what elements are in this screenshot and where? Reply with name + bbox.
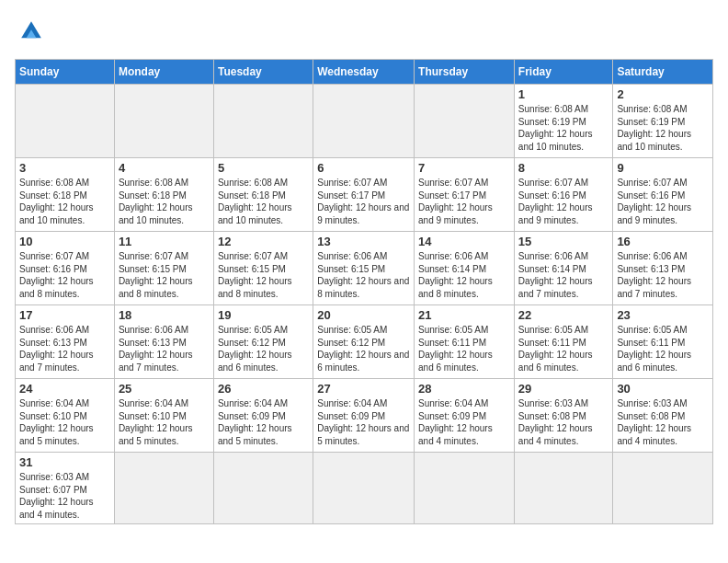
day-info: Sunrise: 6:06 AM Sunset: 6:13 PM Dayligh… bbox=[19, 324, 110, 373]
calendar-cell: 2Sunrise: 6:08 AM Sunset: 6:19 PM Daylig… bbox=[613, 85, 713, 158]
calendar-cell: 8Sunrise: 6:07 AM Sunset: 6:16 PM Daylig… bbox=[514, 158, 613, 232]
calendar-cell: 1Sunrise: 6:08 AM Sunset: 6:19 PM Daylig… bbox=[514, 85, 613, 158]
day-number: 27 bbox=[317, 382, 410, 396]
day-info: Sunrise: 6:08 AM Sunset: 6:18 PM Dayligh… bbox=[119, 177, 210, 226]
day-number: 1 bbox=[518, 87, 609, 101]
day-number: 8 bbox=[518, 161, 609, 175]
day-info: Sunrise: 6:03 AM Sunset: 6:08 PM Dayligh… bbox=[617, 397, 709, 447]
calendar-cell: 20Sunrise: 6:05 AM Sunset: 6:12 PM Dayli… bbox=[313, 305, 415, 379]
calendar-cell: 10Sunrise: 6:07 AM Sunset: 6:16 PM Dayli… bbox=[16, 232, 115, 305]
day-number: 3 bbox=[19, 161, 110, 175]
calendar-cell: 14Sunrise: 6:06 AM Sunset: 6:14 PM Dayli… bbox=[415, 232, 515, 305]
page-header bbox=[15, 15, 713, 48]
day-info: Sunrise: 6:06 AM Sunset: 6:15 PM Dayligh… bbox=[317, 250, 410, 300]
day-info: Sunrise: 6:06 AM Sunset: 6:13 PM Dayligh… bbox=[119, 324, 210, 373]
calendar-cell: 19Sunrise: 6:05 AM Sunset: 6:12 PM Dayli… bbox=[213, 305, 313, 379]
calendar-cell: 3Sunrise: 6:08 AM Sunset: 6:18 PM Daylig… bbox=[16, 158, 115, 232]
calendar-cell: 29Sunrise: 6:03 AM Sunset: 6:08 PM Dayli… bbox=[514, 379, 613, 453]
day-info: Sunrise: 6:07 AM Sunset: 6:15 PM Dayligh… bbox=[218, 250, 309, 300]
day-number: 9 bbox=[617, 161, 709, 175]
calendar-cell bbox=[613, 453, 713, 524]
day-number: 20 bbox=[317, 308, 410, 322]
day-number: 11 bbox=[119, 235, 210, 248]
day-info: Sunrise: 6:05 AM Sunset: 6:11 PM Dayligh… bbox=[418, 324, 510, 373]
day-number: 31 bbox=[19, 455, 110, 469]
calendar-cell: 24Sunrise: 6:04 AM Sunset: 6:10 PM Dayli… bbox=[16, 379, 115, 453]
day-info: Sunrise: 6:06 AM Sunset: 6:14 PM Dayligh… bbox=[518, 250, 609, 300]
day-info: Sunrise: 6:03 AM Sunset: 6:08 PM Dayligh… bbox=[518, 397, 609, 447]
calendar-cell: 23Sunrise: 6:05 AM Sunset: 6:11 PM Dayli… bbox=[613, 305, 713, 379]
day-number: 7 bbox=[418, 161, 510, 175]
day-number: 19 bbox=[218, 308, 309, 322]
day-number: 29 bbox=[518, 382, 609, 396]
calendar-cell bbox=[114, 85, 213, 158]
day-info: Sunrise: 6:08 AM Sunset: 6:19 PM Dayligh… bbox=[518, 103, 609, 153]
day-number: 4 bbox=[119, 161, 210, 175]
day-number: 17 bbox=[19, 308, 110, 322]
weekday-header: Thursday bbox=[415, 60, 515, 85]
calendar-week-row: 1Sunrise: 6:08 AM Sunset: 6:19 PM Daylig… bbox=[16, 85, 713, 158]
calendar-cell: 15Sunrise: 6:06 AM Sunset: 6:14 PM Dayli… bbox=[514, 232, 613, 305]
calendar-cell bbox=[415, 85, 515, 158]
day-info: Sunrise: 6:04 AM Sunset: 6:09 PM Dayligh… bbox=[317, 397, 410, 447]
calendar-cell: 17Sunrise: 6:06 AM Sunset: 6:13 PM Dayli… bbox=[16, 305, 115, 379]
day-info: Sunrise: 6:05 AM Sunset: 6:12 PM Dayligh… bbox=[317, 324, 410, 373]
calendar-cell: 11Sunrise: 6:07 AM Sunset: 6:15 PM Dayli… bbox=[114, 232, 213, 305]
calendar-cell bbox=[213, 85, 313, 158]
day-info: Sunrise: 6:05 AM Sunset: 6:12 PM Dayligh… bbox=[218, 324, 309, 373]
day-info: Sunrise: 6:07 AM Sunset: 6:17 PM Dayligh… bbox=[317, 177, 410, 226]
logo bbox=[15, 15, 51, 48]
day-number: 16 bbox=[617, 235, 709, 248]
day-info: Sunrise: 6:04 AM Sunset: 6:10 PM Dayligh… bbox=[119, 397, 210, 447]
day-number: 24 bbox=[19, 382, 110, 396]
weekday-header-row: SundayMondayTuesdayWednesdayThursdayFrid… bbox=[16, 60, 713, 85]
calendar-cell bbox=[415, 453, 515, 524]
calendar-table: SundayMondayTuesdayWednesdayThursdayFrid… bbox=[15, 59, 713, 524]
calendar-cell bbox=[313, 85, 415, 158]
day-number: 5 bbox=[218, 161, 309, 175]
day-info: Sunrise: 6:06 AM Sunset: 6:13 PM Dayligh… bbox=[617, 250, 709, 300]
day-info: Sunrise: 6:07 AM Sunset: 6:16 PM Dayligh… bbox=[19, 250, 110, 300]
calendar-cell: 7Sunrise: 6:07 AM Sunset: 6:17 PM Daylig… bbox=[415, 158, 515, 232]
calendar-cell: 22Sunrise: 6:05 AM Sunset: 6:11 PM Dayli… bbox=[514, 305, 613, 379]
day-number: 15 bbox=[518, 235, 609, 248]
day-info: Sunrise: 6:05 AM Sunset: 6:11 PM Dayligh… bbox=[518, 324, 609, 373]
day-number: 30 bbox=[617, 382, 709, 396]
day-info: Sunrise: 6:03 AM Sunset: 6:07 PM Dayligh… bbox=[19, 471, 110, 521]
day-number: 10 bbox=[19, 235, 110, 248]
calendar-week-row: 10Sunrise: 6:07 AM Sunset: 6:16 PM Dayli… bbox=[16, 232, 713, 305]
day-info: Sunrise: 6:07 AM Sunset: 6:15 PM Dayligh… bbox=[119, 250, 210, 300]
day-info: Sunrise: 6:04 AM Sunset: 6:09 PM Dayligh… bbox=[418, 397, 510, 447]
day-number: 6 bbox=[317, 161, 410, 175]
calendar-week-row: 24Sunrise: 6:04 AM Sunset: 6:10 PM Dayli… bbox=[16, 379, 713, 453]
calendar-cell: 9Sunrise: 6:07 AM Sunset: 6:16 PM Daylig… bbox=[613, 158, 713, 232]
day-info: Sunrise: 6:07 AM Sunset: 6:17 PM Dayligh… bbox=[418, 177, 510, 226]
weekday-header: Sunday bbox=[16, 60, 115, 85]
calendar-cell bbox=[16, 85, 115, 158]
day-number: 12 bbox=[218, 235, 309, 248]
calendar-cell: 28Sunrise: 6:04 AM Sunset: 6:09 PM Dayli… bbox=[415, 379, 515, 453]
calendar-cell: 31Sunrise: 6:03 AM Sunset: 6:07 PM Dayli… bbox=[16, 453, 115, 524]
day-number: 21 bbox=[418, 308, 510, 322]
calendar-week-row: 31Sunrise: 6:03 AM Sunset: 6:07 PM Dayli… bbox=[16, 453, 713, 524]
calendar-cell: 18Sunrise: 6:06 AM Sunset: 6:13 PM Dayli… bbox=[114, 305, 213, 379]
day-number: 18 bbox=[119, 308, 210, 322]
day-info: Sunrise: 6:08 AM Sunset: 6:18 PM Dayligh… bbox=[218, 177, 309, 226]
weekday-header: Wednesday bbox=[313, 60, 415, 85]
day-info: Sunrise: 6:04 AM Sunset: 6:10 PM Dayligh… bbox=[19, 397, 110, 447]
day-number: 13 bbox=[317, 235, 410, 248]
calendar-cell: 27Sunrise: 6:04 AM Sunset: 6:09 PM Dayli… bbox=[313, 379, 415, 453]
calendar-cell: 25Sunrise: 6:04 AM Sunset: 6:10 PM Dayli… bbox=[114, 379, 213, 453]
day-info: Sunrise: 6:07 AM Sunset: 6:16 PM Dayligh… bbox=[617, 177, 709, 226]
day-info: Sunrise: 6:08 AM Sunset: 6:19 PM Dayligh… bbox=[617, 103, 709, 153]
calendar-week-row: 3Sunrise: 6:08 AM Sunset: 6:18 PM Daylig… bbox=[16, 158, 713, 232]
calendar-cell: 30Sunrise: 6:03 AM Sunset: 6:08 PM Dayli… bbox=[613, 379, 713, 453]
calendar-cell: 13Sunrise: 6:06 AM Sunset: 6:15 PM Dayli… bbox=[313, 232, 415, 305]
day-info: Sunrise: 6:06 AM Sunset: 6:14 PM Dayligh… bbox=[418, 250, 510, 300]
calendar-week-row: 17Sunrise: 6:06 AM Sunset: 6:13 PM Dayli… bbox=[16, 305, 713, 379]
logo-icon bbox=[15, 15, 48, 48]
calendar-cell bbox=[313, 453, 415, 524]
calendar-cell: 16Sunrise: 6:06 AM Sunset: 6:13 PM Dayli… bbox=[613, 232, 713, 305]
day-number: 26 bbox=[218, 382, 309, 396]
calendar-cell bbox=[213, 453, 313, 524]
